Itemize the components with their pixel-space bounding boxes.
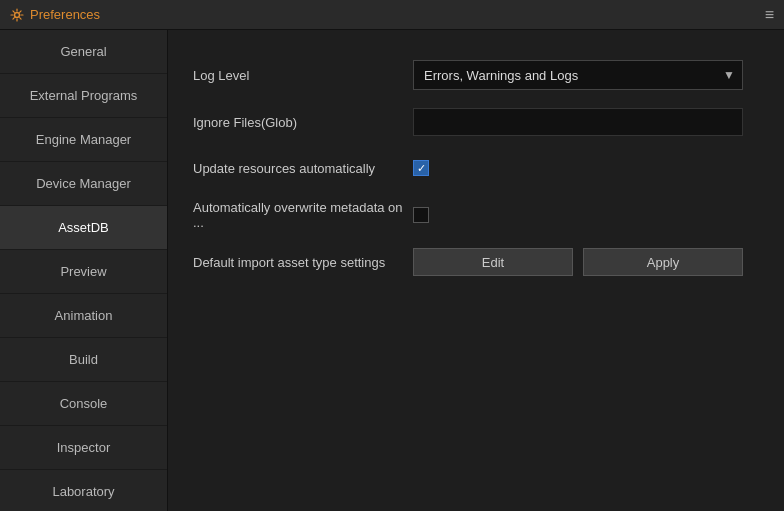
- menu-icon[interactable]: ≡: [765, 6, 774, 24]
- import-asset-type-label: Default import asset type settings: [193, 255, 413, 270]
- overwrite-metadata-checkbox[interactable]: [413, 207, 429, 223]
- overwrite-metadata-row: Automatically overwrite metadata on ...: [193, 200, 759, 230]
- svg-point-0: [15, 12, 20, 17]
- sidebar-item-device-manager[interactable]: Device Manager: [0, 162, 167, 206]
- import-asset-type-row: Default import asset type settings Edit …: [193, 248, 759, 276]
- log-level-row: Log Level Errors, Warnings and Logs Erro…: [193, 60, 759, 90]
- sidebar-item-preview[interactable]: Preview: [0, 250, 167, 294]
- ignore-files-label: Ignore Files(Glob): [193, 115, 413, 130]
- import-asset-type-buttons: Edit Apply: [413, 248, 759, 276]
- overwrite-metadata-control: [413, 207, 759, 223]
- ignore-files-control: [413, 108, 759, 136]
- sidebar-item-assetdb[interactable]: AssetDB: [0, 206, 167, 250]
- log-level-select[interactable]: Errors, Warnings and Logs Errors Only Wa…: [413, 60, 743, 90]
- edit-button[interactable]: Edit: [413, 248, 573, 276]
- title-bar: Preferences ≡: [0, 0, 784, 30]
- update-resources-checkbox[interactable]: [413, 160, 429, 176]
- sidebar-item-external-programs[interactable]: External Programs: [0, 74, 167, 118]
- title-bar-title: Preferences: [30, 7, 100, 22]
- sidebar-item-engine-manager[interactable]: Engine Manager: [0, 118, 167, 162]
- title-bar-left: Preferences: [10, 7, 100, 22]
- update-resources-control: [413, 160, 759, 176]
- ignore-files-row: Ignore Files(Glob): [193, 108, 759, 136]
- sidebar-item-general[interactable]: General: [0, 30, 167, 74]
- sidebar-item-build[interactable]: Build: [0, 338, 167, 382]
- preferences-icon: [10, 8, 24, 22]
- update-resources-label: Update resources automatically: [193, 161, 413, 176]
- log-level-control: Errors, Warnings and Logs Errors Only Wa…: [413, 60, 759, 90]
- log-level-label: Log Level: [193, 68, 413, 83]
- sidebar: General External Programs Engine Manager…: [0, 30, 168, 511]
- sidebar-item-inspector[interactable]: Inspector: [0, 426, 167, 470]
- sidebar-item-animation[interactable]: Animation: [0, 294, 167, 338]
- import-asset-type-control: Edit Apply: [413, 248, 759, 276]
- apply-button[interactable]: Apply: [583, 248, 743, 276]
- sidebar-item-laboratory[interactable]: Laboratory: [0, 470, 167, 511]
- overwrite-metadata-label: Automatically overwrite metadata on ...: [193, 200, 413, 230]
- ignore-files-input[interactable]: [413, 108, 743, 136]
- content-area: Log Level Errors, Warnings and Logs Erro…: [168, 30, 784, 511]
- update-resources-row: Update resources automatically: [193, 154, 759, 182]
- log-level-dropdown-wrapper: Errors, Warnings and Logs Errors Only Wa…: [413, 60, 743, 90]
- sidebar-item-console[interactable]: Console: [0, 382, 167, 426]
- main-layout: General External Programs Engine Manager…: [0, 30, 784, 511]
